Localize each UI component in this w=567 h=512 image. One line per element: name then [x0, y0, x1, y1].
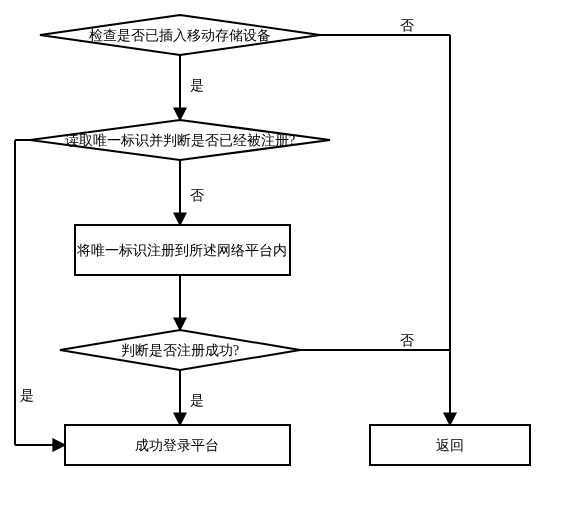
decision-check-registered-label: 读取唯一标识并判断是否已经被注册?: [65, 133, 295, 148]
edge-d2-yes-label: 是: [20, 388, 34, 403]
process-register-uid-label: 将唯一标识注册到所述网络平台内: [76, 243, 287, 258]
terminal-success-login: 成功登录平台: [65, 425, 290, 465]
decision-check-device-label: 检查是否已插入移动存储设备: [89, 28, 271, 43]
terminal-success-login-label: 成功登录平台: [135, 438, 219, 453]
flowchart-canvas: 检查是否已插入移动存储设备 是 否 读取唯一标识并判断是否已经被注册? 否 是 …: [0, 0, 567, 512]
terminal-return: 返回: [370, 425, 530, 465]
edge-d1-yes-label: 是: [190, 78, 204, 93]
decision-register-success: 判断是否注册成功?: [60, 330, 300, 370]
edge-d1-no-label: 否: [400, 18, 414, 33]
terminal-return-label: 返回: [436, 438, 464, 453]
decision-check-device: 检查是否已插入移动存储设备: [40, 15, 320, 55]
edge-d3-yes-label: 是: [190, 393, 204, 408]
edge-d3-no-label: 否: [400, 333, 414, 348]
edge-d2-no-label: 否: [190, 188, 204, 203]
decision-register-success-label: 判断是否注册成功?: [121, 343, 239, 358]
process-register-uid: 将唯一标识注册到所述网络平台内: [75, 225, 290, 275]
decision-check-registered: 读取唯一标识并判断是否已经被注册?: [30, 120, 330, 160]
